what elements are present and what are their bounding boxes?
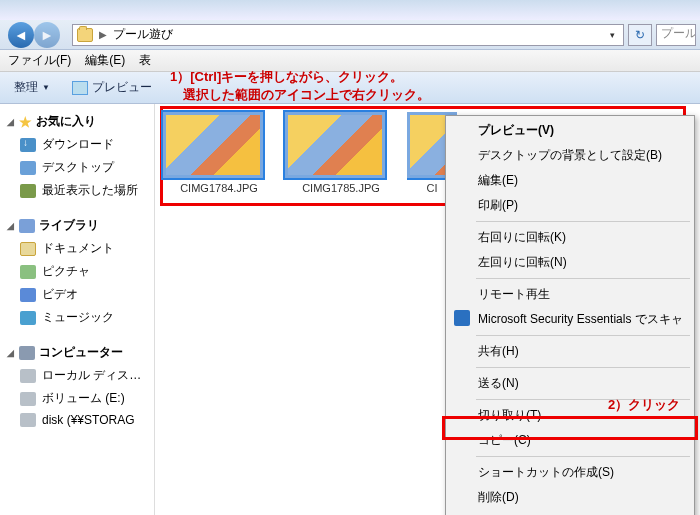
sidebar: ◢ ★ お気に入り ダウンロード デスクトップ 最近表示した場所 ◢ ライブラリ… — [0, 104, 155, 515]
context-menu: プレビュー(V) デスクトップの背景として設定(B) 編集(E) 印刷(P) 右… — [445, 115, 695, 515]
folder-icon — [77, 28, 93, 42]
thumbnail-image[interactable] — [285, 112, 385, 178]
breadcrumb-dropdown[interactable]: ▾ — [606, 30, 619, 40]
breadcrumb-separator: ▶ — [99, 29, 107, 40]
recent-icon — [20, 184, 36, 198]
breadcrumb[interactable]: ▶ プール遊び ▾ — [72, 24, 624, 46]
desktop-icon — [20, 161, 36, 175]
ctx-preview[interactable]: プレビュー(V) — [448, 118, 692, 143]
ctx-rotate-cw[interactable]: 右回りに回転(K) — [448, 225, 692, 250]
ctx-send-to[interactable]: 送る(N) — [448, 371, 692, 396]
search-input[interactable]: プール — [656, 24, 696, 46]
annotation-instruction-2: 2）クリック — [608, 396, 680, 414]
ctx-rotate-ccw[interactable]: 左回りに回転(N) — [448, 250, 692, 275]
document-icon — [20, 242, 36, 256]
ctx-mse-scan[interactable]: Microsoft Security Essentials でスキャ — [448, 307, 692, 332]
library-icon — [19, 219, 35, 233]
breadcrumb-folder[interactable]: プール遊び — [113, 26, 173, 43]
ctx-share[interactable]: 共有(H) — [448, 339, 692, 364]
organize-button[interactable]: 整理▼ — [8, 76, 56, 99]
collapse-icon[interactable]: ◢ — [6, 117, 15, 126]
menu-edit[interactable]: 編集(E) — [85, 52, 125, 69]
ctx-create-shortcut[interactable]: ショートカットの作成(S) — [448, 460, 692, 485]
ctx-rename[interactable]: 名前の変更(M) — [448, 510, 692, 515]
sidebar-item-music[interactable]: ミュージック — [4, 306, 150, 329]
menu-file[interactable]: ファイル(F) — [8, 52, 71, 69]
sidebar-favorites-header[interactable]: ◢ ★ お気に入り — [4, 110, 150, 133]
ctx-print[interactable]: 印刷(P) — [448, 193, 692, 218]
sidebar-item-video[interactable]: ビデオ — [4, 283, 150, 306]
ctx-set-background[interactable]: デスクトップの背景として設定(B) — [448, 143, 692, 168]
download-icon — [20, 138, 36, 152]
sidebar-computer-header[interactable]: ◢ コンピューター — [4, 341, 150, 364]
sidebar-item-download[interactable]: ダウンロード — [4, 133, 150, 156]
sidebar-item-localdisk[interactable]: ローカル ディス… — [4, 364, 150, 387]
copy-highlight — [442, 416, 698, 440]
drive-icon — [20, 369, 36, 383]
nav-forward-button[interactable]: ► — [34, 22, 60, 48]
sidebar-item-volume[interactable]: ボリューム (E:) — [4, 387, 150, 410]
collapse-icon[interactable]: ◢ — [6, 348, 15, 357]
preview-icon — [72, 81, 88, 95]
thumbnail-image[interactable] — [163, 112, 263, 178]
sidebar-item-desktop[interactable]: デスクトップ — [4, 156, 150, 179]
collapse-icon[interactable]: ◢ — [6, 221, 15, 230]
ctx-remote-play[interactable]: リモート再生 — [448, 282, 692, 307]
refresh-button[interactable]: ↻ — [628, 24, 652, 46]
sidebar-item-netdisk[interactable]: disk (¥¥STORAG — [4, 410, 150, 430]
drive-icon — [20, 392, 36, 406]
netdrive-icon — [20, 413, 36, 427]
sidebar-item-pictures[interactable]: ピクチャ — [4, 260, 150, 283]
ctx-edit[interactable]: 編集(E) — [448, 168, 692, 193]
sidebar-item-documents[interactable]: ドキュメント — [4, 237, 150, 260]
computer-icon — [19, 346, 35, 360]
menu-view[interactable]: 表 — [139, 52, 151, 69]
picture-icon — [20, 265, 36, 279]
annotation-instruction-1: 1）[Ctrl]キーを押しながら、クリック。 選択した範囲のアイコン上で右クリッ… — [170, 68, 430, 103]
star-icon: ★ — [19, 114, 32, 130]
preview-toolbar-button[interactable]: プレビュー — [66, 76, 158, 99]
video-icon — [20, 288, 36, 302]
nav-back-button[interactable]: ◄ — [8, 22, 34, 48]
sidebar-item-recent[interactable]: 最近表示した場所 — [4, 179, 150, 202]
sidebar-library-header[interactable]: ◢ ライブラリ — [4, 214, 150, 237]
music-icon — [20, 311, 36, 325]
mse-icon — [454, 310, 470, 326]
ctx-delete[interactable]: 削除(D) — [448, 485, 692, 510]
